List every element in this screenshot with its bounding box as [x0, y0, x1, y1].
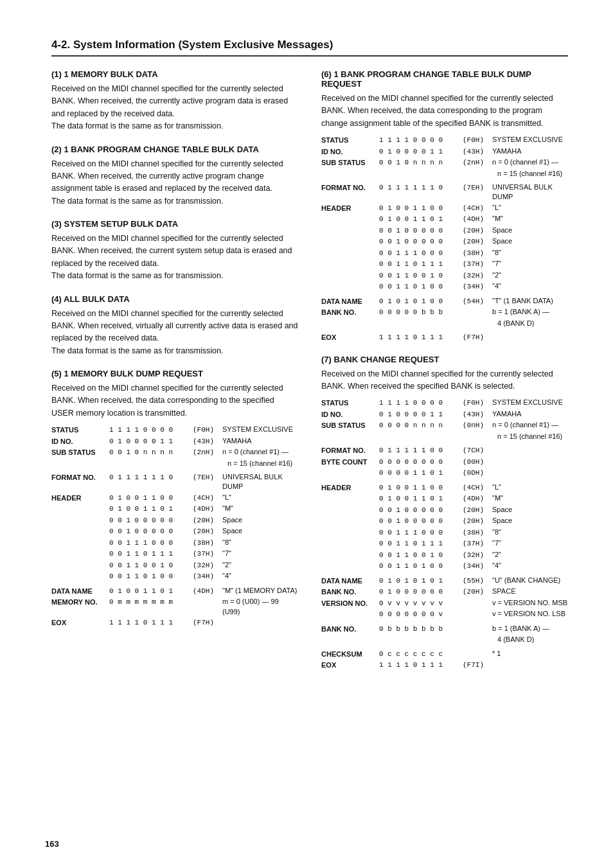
- table-row: 0 0 1 1 0 0 1 0 (32H) "2": [321, 270, 568, 281]
- table-row: 0 0 1 0 0 0 0 0 (20H) Space: [321, 505, 568, 516]
- section-5-body: Received on the MIDI channel specified f…: [51, 382, 298, 420]
- table-row: 0 1 0 0 1 1 0 1 (4DH) "M": [321, 214, 568, 225]
- right-column: (6) 1 BANK PROGRAM CHANGE TABLE BULK DUM…: [321, 69, 568, 682]
- table-row: 0 0 0 0 1 1 0 1 (0DH): [321, 468, 568, 479]
- table-row: STATUS 1 1 1 1 0 0 0 0 (F0H) SYSTEM EXCL…: [51, 425, 298, 436]
- table-row: STATUS 1 1 1 1 0 0 0 0 (F0H) SYSTEM EXCL…: [321, 398, 568, 409]
- table-row: HEADER 0 1 0 0 1 1 0 0 (4CH) "L": [321, 203, 568, 214]
- table-row: 0 1 0 0 1 1 0 1 (4DH) "M": [321, 493, 568, 504]
- table-row: 0 0 0 0 0 0 0 v v = VERSION NO. LSB: [321, 609, 568, 620]
- table-row: 4 (BANK D): [321, 635, 568, 644]
- section-1: (1) 1 MEMORY BULK DATA Received on the M…: [51, 69, 298, 133]
- table-row: BANK NO. 0 0 0 0 0 b b b b = 1 (BANK A) …: [321, 307, 568, 318]
- table-row: 0 0 1 1 0 1 1 1 (37H) "7": [321, 259, 568, 270]
- table-row: 0 0 1 0 0 0 0 0 (20H) Space: [321, 236, 568, 247]
- table-row: 0 0 1 1 1 0 0 0 (38H) "8": [321, 527, 568, 538]
- table-row: EOX 1 1 1 1 0 1 1 1 (F7H): [321, 332, 568, 343]
- section-7-title: (7) BANK CHANGE REQUEST: [321, 355, 568, 364]
- page-number: 163: [45, 839, 59, 849]
- section-2-body: Received on the MIDI channel specified f…: [51, 158, 298, 208]
- table-row: STATUS 1 1 1 1 0 0 0 0 (F0H) SYSTEM EXCL…: [321, 135, 568, 146]
- section-3-body: Received on the MIDI channel specified f…: [51, 233, 298, 283]
- section-6-body: Received on the MIDI channel specified f…: [321, 93, 568, 130]
- table-row: DATA NAME 0 1 0 1 0 1 0 1 (55H) "U" (BAN…: [321, 576, 568, 587]
- table-row: 4 (BANK D): [321, 319, 568, 328]
- table-row: 0 0 1 1 0 1 0 0 (34H) "4": [51, 571, 298, 582]
- table-row: ID NO. 0 1 0 0 0 0 1 1 (43H) YAMAHA: [51, 436, 298, 447]
- table-row: EOX 1 1 1 1 0 1 1 1 (F7H): [51, 617, 298, 628]
- section-7-body: Received on the MIDI channel specified f…: [321, 368, 568, 393]
- table-row: 0 0 1 0 0 0 0 0 (20H) Space: [321, 226, 568, 236]
- section-3-title: (3) SYSTEM SETUP BULK DATA: [51, 219, 298, 229]
- section-4-title: (4) ALL BULK DATA: [51, 294, 298, 304]
- table-row: BANK NO. 0 1 0 0 0 0 0 0 (20H) SPACE: [321, 587, 568, 598]
- table-row: 0 0 1 1 1 0 0 0 (38H) "8": [321, 248, 568, 259]
- table-row: n = 15 (channel #16): [321, 432, 568, 441]
- table-row: 0 0 1 0 0 0 0 0 (20H) Space: [321, 516, 568, 527]
- table-row: EOX 1 1 1 1 0 1 1 1 (F7I): [321, 660, 568, 671]
- table-row: 0 0 1 1 0 1 0 0 (34H) "4": [321, 561, 568, 572]
- section-2: (2) 1 BANK PROGRAM CHANGE TABLE BULK DAT…: [51, 145, 298, 208]
- page: 4-2. System Information (System Exclusiv…: [0, 0, 613, 868]
- section-3: (3) SYSTEM SETUP BULK DATA Received on t…: [51, 219, 298, 283]
- table-row: SUB STATUS 0 0 1 0 n n n n (2nH) n = 0 (…: [321, 157, 568, 168]
- table-row: 0 1 0 0 1 1 0 1 (4DH) "M": [51, 504, 298, 515]
- table-row: FORMAT NO. 0 1 1 1 1 1 1 0 (7EH) UNIVERS…: [51, 472, 298, 492]
- table-row: 0 0 1 1 0 1 0 0 (34H) "4": [321, 281, 568, 292]
- table-row: ID NO. 0 1 0 0 0 0 1 1 (43H) YAMAHA: [321, 409, 568, 420]
- table-row: 0 0 1 1 0 0 1 0 (32H) "2": [51, 560, 298, 571]
- table-row: FORMAT NO. 0 1 1 1 1 1 0 0 (7CH): [321, 445, 568, 456]
- table-row: FORMAT NO. 0 1 1 1 1 1 1 0 (7EH) UNIVERS…: [321, 182, 568, 202]
- table-row: n = 15 (channel #16): [321, 169, 568, 179]
- table-row: HEADER 0 1 0 0 1 1 0 0 (4CH) "L": [321, 483, 568, 493]
- table-s6: STATUS 1 1 1 1 0 0 0 0 (F0H) SYSTEM EXCL…: [321, 135, 568, 343]
- section-5: (5) 1 MEMORY BULK DUMP REQUEST Received …: [51, 369, 298, 628]
- section-6: (6) 1 BANK PROGRAM CHANGE TABLE BULK DUM…: [321, 69, 568, 343]
- table-row: VERSION NO. 0 v v v v v v v v = VERSION …: [321, 598, 568, 609]
- table-row: ID NO. 0 1 0 0 0 0 1 1 (43H) YAMAHA: [321, 146, 568, 157]
- table-row: DATA NAME 0 1 0 1 0 1 0 0 (54H) "T" (1 B…: [321, 296, 568, 307]
- table-row: 0 0 1 1 0 1 1 1 (37H) "7": [321, 538, 568, 549]
- section-4: (4) ALL BULK DATA Received on the MIDI c…: [51, 294, 298, 358]
- table-row: SUB STATUS 0 0 0 0 n n n n (0nH) n = 0 (…: [321, 420, 568, 431]
- table-s7: STATUS 1 1 1 1 0 0 0 0 (F0H) SYSTEM EXCL…: [321, 398, 568, 670]
- table-row: MEMORY NO. 0 m m m m m m m m = 0 (U00) —…: [51, 597, 298, 617]
- table-row: SUB STATUS 0 0 1 0 n n n n (2nH) n = 0 (…: [51, 447, 298, 458]
- section-6-title: (6) 1 BANK PROGRAM CHANGE TABLE BULK DUM…: [321, 69, 568, 89]
- table-s5: STATUS 1 1 1 1 0 0 0 0 (F0H) SYSTEM EXCL…: [51, 425, 298, 628]
- table-row: BYTE COUNT 0 0 0 0 0 0 0 0 (00H): [321, 457, 568, 468]
- section-4-body: Received on the MIDI channel specified f…: [51, 308, 298, 358]
- section-1-title: (1) 1 MEMORY BULK DATA: [51, 69, 298, 79]
- table-row: BANK NO. 0 b b b b b b b b = 1 (BANK A) …: [321, 624, 568, 635]
- table-row: 0 0 1 0 0 0 0 0 (20H) Space: [51, 526, 298, 537]
- section-1-body: Received on the MIDI channel specified f…: [51, 83, 298, 133]
- table-row: n = 15 (channel #16): [51, 459, 298, 468]
- table-row: 0 0 1 1 0 1 1 1 (37H) "7": [51, 549, 298, 560]
- table-row: 0 0 1 0 0 0 0 0 (20H) Space: [51, 515, 298, 526]
- left-column: (1) 1 MEMORY BULK DATA Received on the M…: [51, 69, 298, 682]
- section-7: (7) BANK CHANGE REQUEST Received on the …: [321, 355, 568, 671]
- section-5-title: (5) 1 MEMORY BULK DUMP REQUEST: [51, 369, 298, 378]
- page-title: 4-2. System Information (System Exclusiv…: [51, 39, 568, 57]
- table-row: HEADER 0 1 0 0 1 1 0 0 (4CH) "L": [51, 493, 298, 504]
- section-2-title: (2) 1 BANK PROGRAM CHANGE TABLE BULK DAT…: [51, 145, 298, 154]
- table-row: 0 0 1 1 1 0 0 0 (38H) "8": [51, 538, 298, 549]
- table-row: CHECKSUM 0 c c c c c c c * 1: [321, 649, 568, 660]
- table-row: DATA NAME 0 1 0 0 1 1 0 1 (4DH) "M" (1 M…: [51, 586, 298, 597]
- table-row: 0 0 1 1 0 0 1 0 (32H) "2": [321, 550, 568, 561]
